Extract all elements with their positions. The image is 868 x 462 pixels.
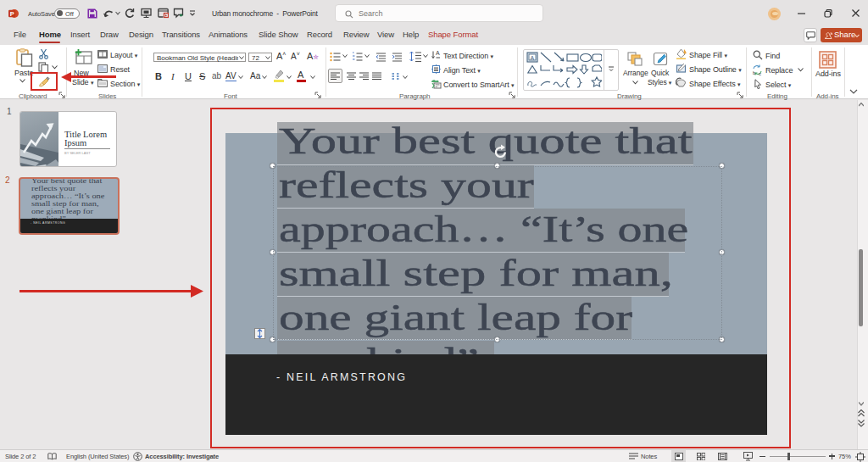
- svg-text:c: c: [759, 71, 761, 75]
- svg-text:P: P: [10, 10, 14, 18]
- svg-text:A: A: [531, 55, 535, 61]
- svg-text:A: A: [436, 50, 440, 56]
